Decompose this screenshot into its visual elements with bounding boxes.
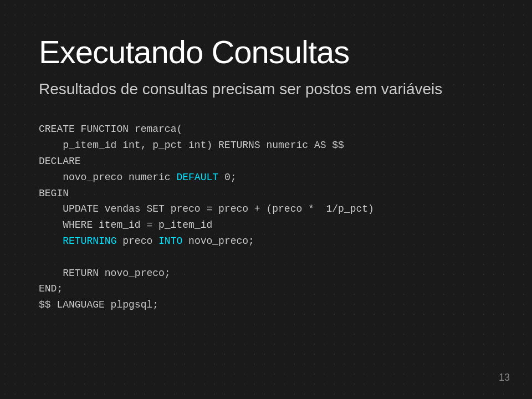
keyword-default: DEFAULT (176, 172, 218, 183)
code-line-6: UPDATE vendas SET preco = preco + (preco… (39, 201, 493, 217)
code-line-9 (39, 249, 493, 265)
code-line-12: $$ LANGUAGE plpgsql; (39, 297, 493, 313)
code-line-11: END; (39, 281, 493, 297)
code-line-2: p_item_id int, p_pct int) RETURNS numeri… (39, 137, 493, 154)
code-block: CREATE FUNCTION remarca( p_item_id int, … (39, 121, 493, 313)
code-line-7: WHERE item_id = p_item_id (39, 217, 493, 233)
slide-title: Executando Consultas (39, 33, 493, 70)
code-line-10: RETURN novo_preco; (39, 265, 493, 282)
keyword-returning: RETURNING (63, 236, 116, 247)
code-line-3: DECLARE (39, 154, 493, 170)
page-number: 13 (499, 372, 510, 383)
code-line-4: novo_preco numeric DEFAULT 0; (39, 170, 493, 186)
keyword-into: INTO (158, 236, 182, 247)
slide-container: Executando Consultas Resultados de consu… (0, 0, 532, 399)
code-line-8: RETURNING preco INTO novo_preco; (39, 233, 493, 249)
code-line-1: CREATE FUNCTION remarca( (39, 121, 493, 137)
slide-subtitle: Resultados de consultas precisam ser pos… (39, 79, 493, 99)
code-line-5: BEGIN (39, 186, 493, 202)
